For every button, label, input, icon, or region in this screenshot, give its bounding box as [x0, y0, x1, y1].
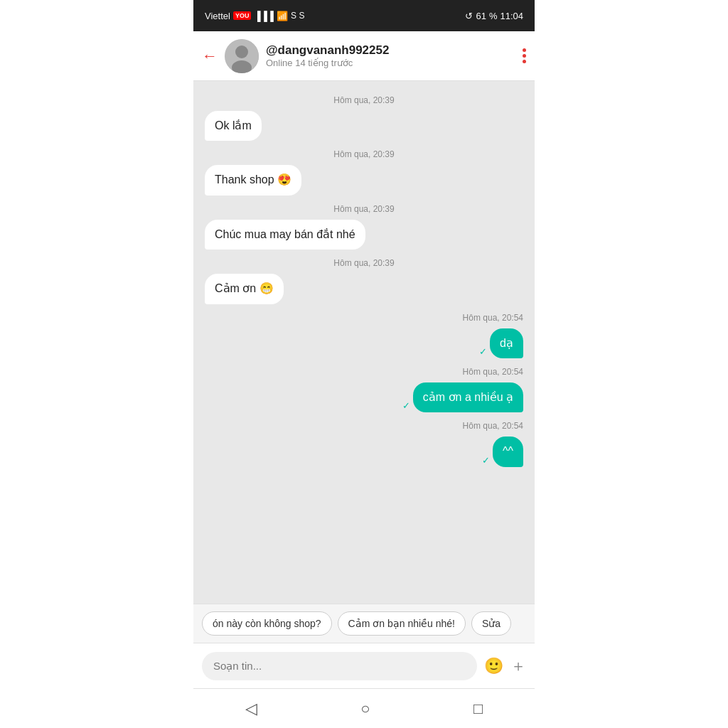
avatar-image	[225, 39, 259, 73]
rotate-icon: ↺	[465, 11, 473, 21]
contact-info: @dangvananh992252 Online 14 tiếng trước	[266, 43, 523, 68]
more-options-button[interactable]	[523, 48, 526, 63]
recent-nav-icon[interactable]: □	[473, 700, 483, 718]
contact-name: @dangvananh992252	[266, 43, 523, 58]
status-right: ↺ 61 % 11:04	[465, 11, 523, 21]
bubble-2: Thank shop 😍	[205, 165, 301, 195]
nav-bar: ◁ ○ □	[193, 688, 535, 728]
youtube-badge: YOU	[233, 11, 252, 20]
status-left: Viettel YOU ▐▐▐ 📶 S S	[205, 11, 304, 21]
timestamp-3: Hôm qua, 20:39	[205, 204, 523, 214]
battery-percent: %	[489, 11, 498, 21]
quick-reply-2[interactable]: Sửa	[471, 611, 511, 636]
signal-icon: ▐▐▐	[254, 11, 274, 21]
status-bar: Viettel YOU ▐▐▐ 📶 S S ↺ 61 % 11:04	[193, 0, 535, 31]
read-check-5: ✓	[479, 346, 487, 357]
wifi-icon: 📶	[277, 11, 288, 21]
dot2	[523, 54, 526, 58]
timestamp-5: Hôm qua, 20:54	[205, 313, 523, 323]
chat-area: Hôm qua, 20:39 Ok lắm Hôm qua, 20:39 Tha…	[193, 81, 535, 604]
battery-label: 61	[476, 11, 486, 21]
home-nav-icon[interactable]: ○	[360, 700, 370, 718]
chat-header: ← @dangvananh992252 Online 14 tiếng trướ…	[193, 31, 535, 81]
screen: Viettel YOU ▐▐▐ 📶 S S ↺ 61 % 11:04 ←	[193, 0, 535, 728]
emoji-button[interactable]: 🙂	[484, 657, 503, 675]
carrier-label: Viettel	[205, 11, 230, 21]
time-label: 11:04	[500, 11, 523, 21]
message-row-6: ✓ cảm ơn a nhiều ạ	[205, 382, 523, 412]
message-row-2: Thank shop 😍	[205, 165, 523, 195]
message-row-5: ✓ dạ	[205, 328, 523, 358]
quick-reply-bar: ón này còn không shop? Cảm ơn bạn nhiều …	[193, 604, 535, 643]
dot1	[523, 48, 526, 52]
bubble-5: dạ	[490, 328, 523, 358]
message-input[interactable]	[202, 652, 477, 680]
message-row-4: Cảm ơn 😁	[205, 274, 523, 304]
svg-point-1	[235, 46, 248, 58]
input-bar: 🙂 ＋	[193, 643, 535, 688]
timestamp-4: Hôm qua, 20:39	[205, 258, 523, 268]
back-nav-icon[interactable]: ◁	[245, 700, 257, 718]
bubble-6: cảm ơn a nhiều ạ	[413, 382, 523, 412]
timestamp-6: Hôm qua, 20:54	[205, 367, 523, 377]
message-row-7: ✓ ^^	[205, 437, 523, 466]
message-row-3: Chúc mua may bán đắt nhé	[205, 220, 523, 250]
contact-status: Online 14 tiếng trước	[266, 58, 523, 68]
bubble-1: Ok lắm	[205, 111, 262, 141]
avatar	[225, 39, 259, 73]
dot3	[523, 60, 526, 63]
read-check-6: ✓	[402, 400, 410, 411]
bubble-7: ^^	[493, 437, 523, 466]
s-icon: S S	[291, 11, 304, 21]
quick-reply-0[interactable]: ón này còn không shop?	[202, 611, 332, 636]
message-row-1: Ok lắm	[205, 111, 523, 141]
bubble-3: Chúc mua may bán đắt nhé	[205, 220, 365, 250]
timestamp-1: Hôm qua, 20:39	[205, 95, 523, 105]
timestamp-7: Hôm qua, 20:54	[205, 421, 523, 431]
add-button[interactable]: ＋	[510, 655, 526, 677]
bubble-4: Cảm ơn 😁	[205, 274, 284, 304]
back-button[interactable]: ←	[202, 47, 218, 65]
read-check-7: ✓	[482, 455, 490, 466]
timestamp-2: Hôm qua, 20:39	[205, 149, 523, 159]
quick-reply-1[interactable]: Cảm ơn bạn nhiều nhé!	[338, 611, 466, 636]
